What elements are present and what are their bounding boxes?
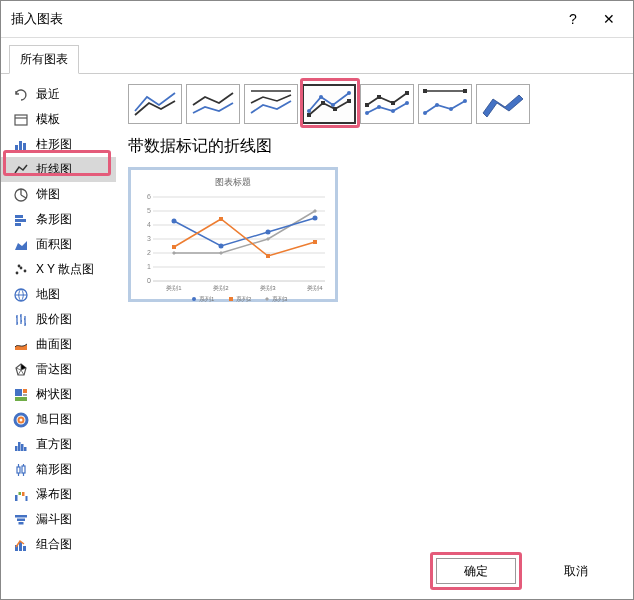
svg-rect-28 bbox=[26, 496, 28, 501]
svg-rect-15 bbox=[23, 394, 27, 396]
svg-rect-6 bbox=[15, 219, 26, 222]
recent-icon bbox=[13, 87, 29, 103]
svg-point-17 bbox=[15, 414, 27, 426]
sidebar-item-sunburst[interactable]: 旭日图 bbox=[1, 407, 116, 432]
dialog-titlebar: 插入图表 ? ✕ bbox=[1, 1, 633, 38]
sidebar-item-waterfall[interactable]: 瀑布图 bbox=[1, 482, 116, 507]
svg-rect-16 bbox=[15, 397, 27, 401]
svg-rect-30 bbox=[17, 518, 25, 521]
sidebar-item-line[interactable]: 折线图 bbox=[1, 157, 116, 182]
subtype-100-stacked-line-markers[interactable] bbox=[418, 84, 472, 124]
svg-rect-51 bbox=[423, 89, 427, 93]
radar-chart-icon bbox=[13, 362, 29, 378]
svg-point-56 bbox=[463, 99, 467, 103]
window-controls: ? ✕ bbox=[559, 9, 623, 29]
svg-point-36 bbox=[319, 95, 323, 99]
svg-rect-20 bbox=[18, 442, 21, 451]
subtype-line-markers[interactable] bbox=[302, 84, 356, 124]
chart-main-panel: 带数据标记的折线图 图表标题 6 5 4 3 2 1 0 bbox=[116, 74, 633, 564]
sidebar-item-treemap[interactable]: 树状图 bbox=[1, 382, 116, 407]
sidebar-item-histogram[interactable]: 直方图 bbox=[1, 432, 116, 457]
svg-point-73 bbox=[266, 230, 271, 235]
sunburst-chart-icon bbox=[13, 412, 29, 428]
sidebar-item-label: 树状图 bbox=[36, 386, 72, 403]
sidebar-item-funnel[interactable]: 漏斗图 bbox=[1, 507, 116, 532]
tab-strip: 所有图表 bbox=[1, 38, 633, 74]
cancel-button[interactable]: 取消 bbox=[536, 558, 616, 584]
subtype-line[interactable] bbox=[128, 84, 182, 124]
ok-button[interactable]: 确定 bbox=[436, 558, 516, 584]
subtype-stacked-line-markers[interactable] bbox=[360, 84, 414, 124]
svg-rect-33 bbox=[19, 542, 22, 551]
svg-rect-22 bbox=[24, 447, 27, 451]
preview-chart-svg: 6 5 4 3 2 1 0 类别1 类别2 bbox=[139, 189, 329, 304]
svg-text:1: 1 bbox=[147, 263, 151, 270]
svg-rect-29 bbox=[15, 515, 27, 518]
sidebar-item-box[interactable]: 箱形图 bbox=[1, 457, 116, 482]
svg-rect-13 bbox=[15, 389, 22, 396]
svg-rect-3 bbox=[23, 143, 26, 151]
svg-rect-5 bbox=[15, 215, 23, 218]
svg-text:类别2: 类别2 bbox=[213, 285, 229, 291]
sidebar-item-recent[interactable]: 最近 bbox=[1, 82, 116, 107]
chart-subtitle: 带数据标记的折线图 bbox=[128, 136, 621, 157]
svg-rect-34 bbox=[23, 546, 26, 551]
sidebar-item-radar[interactable]: 雷达图 bbox=[1, 357, 116, 382]
subtype-3d-line[interactable] bbox=[476, 84, 530, 124]
sidebar-item-label: 饼图 bbox=[36, 186, 60, 203]
svg-rect-52 bbox=[463, 89, 467, 93]
sidebar-item-label: 雷达图 bbox=[36, 361, 72, 378]
sidebar-item-surface[interactable]: 曲面图 bbox=[1, 332, 116, 357]
sidebar-item-pie[interactable]: 饼图 bbox=[1, 182, 116, 207]
scatter-chart-icon bbox=[13, 262, 29, 278]
svg-rect-31 bbox=[19, 522, 24, 525]
box-chart-icon bbox=[13, 462, 29, 478]
line-chart-icon bbox=[13, 162, 29, 178]
sidebar-item-column[interactable]: 柱形图 bbox=[1, 132, 116, 157]
dialog-content: 最近 模板 柱形图 折线图 饼图 条形图 面积图 X Y 散点图 bbox=[1, 74, 633, 564]
funnel-chart-icon bbox=[13, 512, 29, 528]
pie-chart-icon bbox=[13, 187, 29, 203]
subtype-100-stacked-line[interactable] bbox=[244, 84, 298, 124]
svg-rect-14 bbox=[23, 389, 27, 393]
sidebar-item-stock[interactable]: 股价图 bbox=[1, 307, 116, 332]
svg-point-44 bbox=[377, 105, 381, 109]
line-subtypes bbox=[128, 84, 621, 124]
sidebar-item-label: 地图 bbox=[36, 286, 60, 303]
svg-rect-40 bbox=[321, 101, 325, 105]
svg-rect-47 bbox=[365, 103, 369, 107]
svg-point-54 bbox=[435, 103, 439, 107]
svg-rect-42 bbox=[347, 99, 351, 103]
chart-preview[interactable]: 图表标题 6 5 4 3 2 1 0 bbox=[128, 167, 338, 302]
sidebar-item-map[interactable]: 地图 bbox=[1, 282, 116, 307]
svg-point-83 bbox=[192, 297, 196, 301]
svg-rect-19 bbox=[15, 446, 18, 451]
sidebar-item-label: 模板 bbox=[36, 111, 60, 128]
svg-text:3: 3 bbox=[147, 235, 151, 242]
svg-rect-50 bbox=[405, 91, 409, 95]
sidebar-item-label: 折线图 bbox=[36, 161, 72, 178]
svg-point-11 bbox=[18, 264, 21, 267]
sidebar-item-label: 曲面图 bbox=[36, 336, 72, 353]
svg-point-45 bbox=[391, 109, 395, 113]
tab-all-charts[interactable]: 所有图表 bbox=[9, 45, 79, 74]
sidebar-item-label: 条形图 bbox=[36, 211, 72, 228]
close-button[interactable]: ✕ bbox=[595, 9, 623, 29]
svg-rect-1 bbox=[15, 145, 18, 151]
stock-chart-icon bbox=[13, 312, 29, 328]
subtype-stacked-line[interactable] bbox=[186, 84, 240, 124]
help-button[interactable]: ? bbox=[559, 9, 587, 29]
svg-point-38 bbox=[347, 91, 351, 95]
surface-chart-icon bbox=[13, 337, 29, 353]
svg-point-43 bbox=[365, 111, 369, 115]
svg-point-10 bbox=[24, 269, 27, 272]
sidebar-item-combo[interactable]: 组合图 bbox=[1, 532, 116, 557]
svg-rect-0 bbox=[15, 115, 27, 125]
sidebar-item-bar[interactable]: 条形图 bbox=[1, 207, 116, 232]
sidebar-item-scatter[interactable]: X Y 散点图 bbox=[1, 257, 116, 282]
sidebar-item-label: 柱形图 bbox=[36, 136, 72, 153]
svg-rect-77 bbox=[266, 254, 270, 258]
svg-rect-26 bbox=[19, 492, 22, 495]
sidebar-item-templates[interactable]: 模板 bbox=[1, 107, 116, 132]
sidebar-item-area[interactable]: 面积图 bbox=[1, 232, 116, 257]
